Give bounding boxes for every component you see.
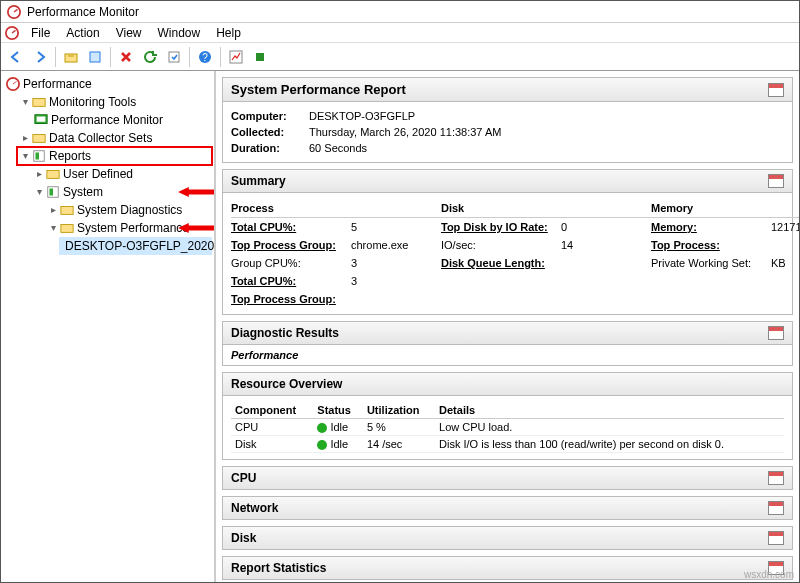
tree-monitoring-tools[interactable]: ▾ Monitoring Tools [17,93,212,111]
pws-value: KB [771,254,799,272]
total-cpu-label: Total CPU%: [231,218,351,236]
toolbar: ? [1,43,799,71]
tree-label: User Defined [63,165,133,183]
tree-label: Performance [23,75,92,93]
perfmon-icon [6,77,20,91]
col-memory: Memory [651,199,771,218]
monitor-icon [34,113,48,127]
up-button[interactable] [60,46,82,68]
tree-system-diagnostics[interactable]: ▸ System Diagnostics [45,201,212,219]
menu-view[interactable]: View [108,24,150,42]
expand-icon[interactable]: ▸ [33,165,45,183]
collapse-icon[interactable]: ▾ [19,93,31,111]
report-icon [32,149,46,163]
properties-button[interactable] [84,46,106,68]
forward-button[interactable] [29,46,51,68]
memory-label: Memory: [651,218,771,236]
top-process-group2-label: Top Process Group: [231,290,351,308]
folder-icon [60,221,74,235]
computer-value: DESKTOP-O3FGFLP [309,108,784,124]
total-cpu2-label: Total CPU%: [231,272,351,290]
export-button[interactable] [163,46,185,68]
tree-user-defined[interactable]: ▸ User Defined [31,165,212,183]
calendar-icon[interactable] [768,326,784,340]
window-title: Performance Monitor [27,5,139,19]
tree-data-collector-sets[interactable]: ▸ Data Collector Sets [17,129,212,147]
stats-header[interactable]: Report Statistics [222,556,793,580]
titlebar: Performance Monitor [1,1,799,23]
total-cpu2-value: 3 [351,272,441,290]
status-dot-green [317,423,327,433]
svg-rect-5 [90,52,100,62]
collapse-icon[interactable]: ▾ [47,219,59,237]
calendar-icon[interactable] [768,83,784,97]
delete-button[interactable] [115,46,137,68]
disk-header[interactable]: Disk [222,526,793,550]
tree-system-performance[interactable]: ▾ System Performance [45,219,212,237]
tree-root[interactable]: Performance [3,75,212,93]
diagnostic-sub: Performance [222,345,793,366]
main-split: Performance ▾ Monitoring Tools Performan… [1,71,799,582]
diagnostic-header[interactable]: Diagnostic Results [222,321,793,345]
group-cpu-value: 3 [351,254,441,272]
tree-report-item[interactable]: DESKTOP-O3FGFLP_20200326 [59,237,212,255]
col-process: Process [231,199,351,218]
computer-label: Computer: [231,108,301,124]
disk-queue-label: Disk Queue Length: [441,254,561,272]
calendar-icon[interactable] [768,174,784,188]
summary-header[interactable]: Summary [222,169,793,193]
calendar-icon[interactable] [768,531,784,545]
tree-label: Performance Monitor [51,111,163,129]
chart-button[interactable] [225,46,247,68]
svg-rect-13 [33,99,45,107]
tree-pane: Performance ▾ Monitoring Tools Performan… [1,71,216,582]
cell-util: 5 % [363,419,435,436]
summary-body: Process Disk Memory Total CPU%:5 Top Dis… [222,193,793,315]
perfmon-icon [5,26,19,40]
cpu-title: CPU [231,471,256,485]
summary-title: Summary [231,174,286,188]
table-row: CPU Idle 5 % Low CPU load. [231,419,784,436]
stop-button[interactable] [249,46,271,68]
tree-performance-monitor[interactable]: Performance Monitor [31,111,212,129]
refresh-button[interactable] [139,46,161,68]
tree-label: System Performance [77,219,189,237]
watermark: wsxdn.com [744,569,794,580]
menu-help[interactable]: Help [208,24,249,42]
help-button[interactable]: ? [194,46,216,68]
expand-icon[interactable]: ▸ [19,129,31,147]
back-button[interactable] [5,46,27,68]
report-pane[interactable]: System Performance Report Computer: DESK… [216,71,799,582]
menu-action[interactable]: Action [58,24,107,42]
top-process-label: Top Process: [651,236,771,254]
tree-label: Data Collector Sets [49,129,152,147]
calendar-icon[interactable] [768,471,784,485]
report-icon [46,185,60,199]
tree-system[interactable]: ▾ System [31,183,212,201]
folder-icon [32,95,46,109]
svg-rect-23 [61,225,73,233]
stats-title: Report Statistics [231,561,326,575]
collected-label: Collected: [231,124,301,140]
overview-header[interactable]: Resource Overview [222,372,793,396]
tree-reports[interactable]: ▾ Reports [17,147,212,165]
folder-icon [32,131,46,145]
tree-label: Reports [49,147,91,165]
menu-window[interactable]: Window [150,24,209,42]
tree-label: System [63,183,103,201]
folder-icon [60,203,74,217]
network-header[interactable]: Network [222,496,793,520]
top-disk-io-label: Top Disk by IO Rate: [441,218,561,236]
pws-label: Private Working Set: [651,254,771,272]
menu-file[interactable]: File [23,24,58,42]
svg-rect-15 [37,117,46,122]
svg-rect-4 [65,54,77,62]
collapse-icon[interactable]: ▾ [19,147,31,165]
svg-rect-10 [256,53,264,61]
top-disk-io-value: 0 [561,218,651,236]
cpu-header[interactable]: CPU [222,466,793,490]
collapse-icon[interactable]: ▾ [33,183,45,201]
io-sec-label: IO/sec: [441,236,561,254]
calendar-icon[interactable] [768,501,784,515]
expand-icon[interactable]: ▸ [47,201,59,219]
